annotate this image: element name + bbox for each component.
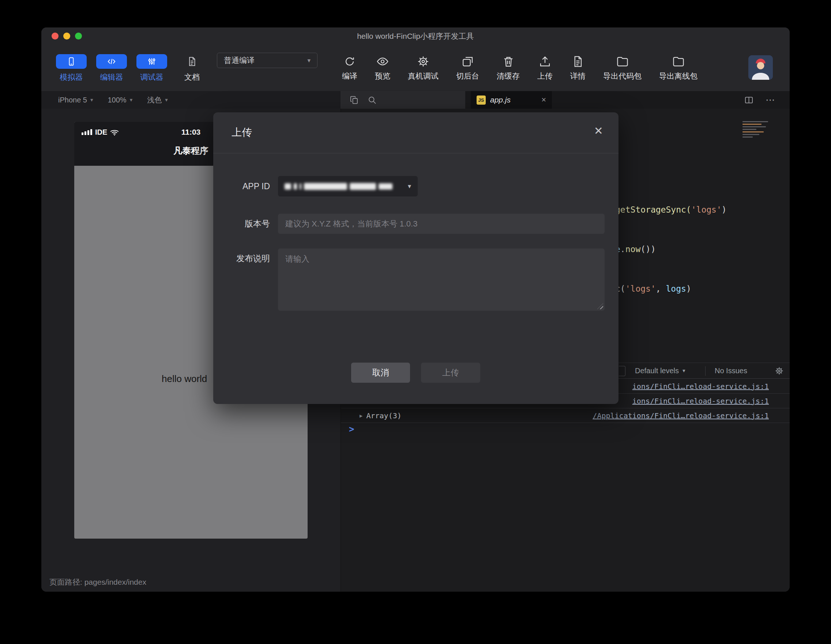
tabstrip-right-icons: ⋯ <box>744 91 776 109</box>
upload-dialog: 上传 ✕ APP ID ▾ 版本号 发布说明 取消 上传 <box>213 112 619 404</box>
release-notes-label: 发布说明 <box>213 249 270 269</box>
chevron-down-icon: ▾ <box>408 182 411 190</box>
theme-select[interactable]: 浅色 ▾ <box>147 95 168 105</box>
export-offline-package-button[interactable]: 导出离线包 <box>659 55 697 81</box>
zoom-value: 100% <box>108 96 127 104</box>
code-line: getStorageSync('logs') <box>615 203 727 216</box>
preview-button[interactable]: 预览 <box>375 55 390 81</box>
cancel-button[interactable]: 取消 <box>351 363 410 383</box>
clear-cache-button[interactable]: 清缓存 <box>497 55 520 81</box>
chevron-down-icon: ▾ <box>307 57 310 64</box>
window-title: hello world-FinClip小程序开发工具 <box>357 31 474 41</box>
search-icon[interactable] <box>367 95 377 105</box>
compile-mode-select[interactable]: 普通编译 ▾ <box>217 53 317 68</box>
version-label: 版本号 <box>213 214 270 234</box>
device-select[interactable]: iPhone 5 ▾ <box>58 96 93 104</box>
main-toolbar: 模拟器 编辑器 调试器 <box>41 45 790 91</box>
more-actions-icon[interactable]: ⋯ <box>766 94 776 106</box>
console-settings-icon[interactable] <box>774 366 784 376</box>
docs-button[interactable]: 文档 <box>177 54 207 82</box>
expand-icon[interactable]: ▶ <box>360 408 363 423</box>
simulator-controls: iPhone 5 ▾ 100% ▾ 浅色 ▾ <box>58 91 168 109</box>
export-code-package-button[interactable]: 导出代码包 <box>603 55 642 81</box>
eye-icon <box>376 55 389 68</box>
editor-quick-icons <box>341 91 465 109</box>
refresh-icon <box>343 55 356 68</box>
traffic-lights <box>52 33 82 40</box>
gear-icon <box>417 55 430 68</box>
simulator-label: 模拟器 <box>60 72 83 82</box>
issues-counter[interactable]: No Issues <box>715 363 747 378</box>
secondary-toolbar: iPhone 5 ▾ 100% ▾ 浅色 ▾ <box>41 91 790 109</box>
app-id-label: APP ID <box>213 176 270 196</box>
tab-close-icon[interactable]: × <box>541 95 546 105</box>
folder-icon <box>616 55 629 68</box>
app-window: hello world-FinClip小程序开发工具 模拟器 编辑器 <box>41 27 790 592</box>
screen: hello world-FinClip小程序开发工具 模拟器 编辑器 <box>0 0 831 644</box>
submit-upload-button[interactable]: 上传 <box>421 363 480 383</box>
document-icon <box>177 54 207 69</box>
docs-label: 文档 <box>184 72 200 82</box>
debugger-button[interactable]: 调试器 <box>137 54 167 82</box>
simulator-button[interactable]: 模拟器 <box>56 54 87 82</box>
dialog-header: 上传 ✕ <box>213 112 619 153</box>
upload-icon <box>538 55 552 68</box>
theme-value: 浅色 <box>147 95 162 105</box>
user-avatar[interactable] <box>748 55 773 80</box>
document-icon <box>572 55 584 68</box>
debugger-label: 调试器 <box>140 72 164 82</box>
tab-title: app.js <box>490 96 511 104</box>
code-line: e.now()) <box>615 242 727 256</box>
code-line: c('logs', logs) <box>615 282 727 295</box>
log-levels-value: Default levels <box>635 367 679 375</box>
source-link[interactable]: /Applications/FinCli…reload-service.js:1 <box>592 408 769 423</box>
dialog-title: 上传 <box>231 112 252 153</box>
source-link[interactable]: ions/FinCli…reload-service.js:1 <box>632 394 769 408</box>
split-editor-icon[interactable] <box>744 95 754 105</box>
trash-icon <box>502 55 515 68</box>
log-levels-select[interactable]: Default levels ▾ <box>635 363 685 378</box>
upload-button[interactable]: 上传 <box>537 55 552 81</box>
chevron-down-icon: ▾ <box>165 97 168 103</box>
chevron-down-icon: ▾ <box>683 367 685 374</box>
chevron-down-icon: ▾ <box>130 97 133 103</box>
zoom-select[interactable]: 100% ▾ <box>108 96 133 104</box>
js-file-icon: JS <box>477 96 486 105</box>
editor-label: 编辑器 <box>100 72 123 82</box>
detail-button[interactable]: 详情 <box>570 55 586 81</box>
console-filter-input[interactable] <box>619 366 626 376</box>
minimap[interactable] <box>742 121 776 137</box>
titlebar: hello world-FinClip小程序开发工具 <box>41 27 790 45</box>
zoom-window-button[interactable] <box>75 33 82 40</box>
folder-icon <box>672 55 685 68</box>
remote-debug-button[interactable]: 真机调试 <box>408 55 439 81</box>
compile-mode-value: 普通编译 <box>224 55 255 65</box>
phone-icon <box>56 54 87 69</box>
device-value: iPhone 5 <box>58 96 87 104</box>
sliders-icon <box>137 54 167 69</box>
page-path-label: 页面路径: pages/index/index <box>49 577 146 587</box>
editor-tabstrip: JS app.js × ⋯ <box>465 91 790 109</box>
minimize-window-button[interactable] <box>63 33 70 40</box>
version-input[interactable] <box>278 214 605 234</box>
app-id-select[interactable]: ▾ <box>278 176 418 196</box>
close-window-button[interactable] <box>52 33 59 40</box>
toolbar-actions-group: 编译 预览 真机调试 <box>342 45 697 91</box>
console-prompt-icon[interactable]: > <box>349 424 354 434</box>
release-notes-textarea[interactable] <box>278 249 605 311</box>
close-icon[interactable]: ✕ <box>594 126 603 137</box>
copy-icon[interactable] <box>349 95 359 105</box>
code-editor-lines: getStorageSync('logs') e.now()) c('logs'… <box>615 177 727 322</box>
switch-layers-icon <box>461 55 474 68</box>
tab-app-js[interactable]: JS app.js × <box>471 91 552 109</box>
divider <box>705 366 705 376</box>
source-link[interactable]: ions/FinCli…reload-service.js:1 <box>632 379 769 394</box>
toolbar-left-group: 模拟器 编辑器 调试器 <box>56 45 317 91</box>
log-value[interactable]: ▶Array(3) <box>360 408 401 423</box>
mini-app-content-text: hello world <box>162 373 207 384</box>
editor-button[interactable]: 编辑器 <box>96 54 127 82</box>
compile-button[interactable]: 编译 <box>342 55 357 81</box>
console-log-row: ▶Array(3) /Applications/FinCli…reload-se… <box>341 408 790 423</box>
background-switch-button[interactable]: 切后台 <box>456 55 479 81</box>
chevron-down-icon: ▾ <box>90 97 93 103</box>
